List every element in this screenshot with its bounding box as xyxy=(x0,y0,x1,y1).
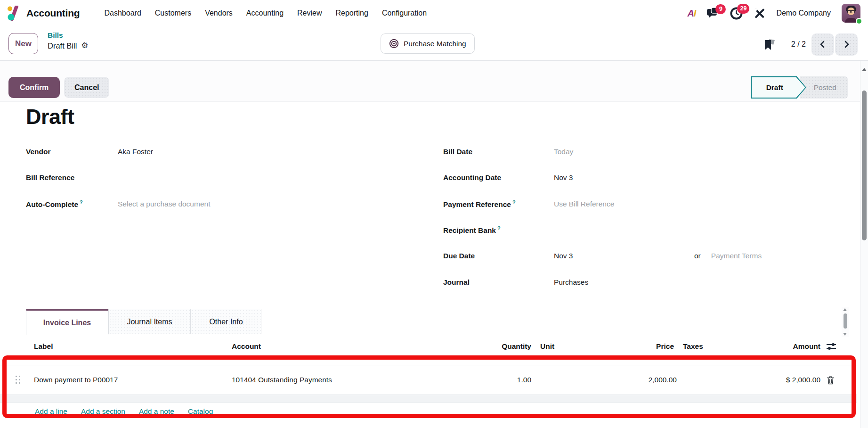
tab-journal-items[interactable]: Journal Items xyxy=(108,309,191,334)
accounting-app-icon xyxy=(7,6,22,21)
cell-quantity[interactable]: 1.00 xyxy=(462,365,531,395)
stage-widget: Draft Posted xyxy=(751,76,848,99)
or-label: or xyxy=(694,252,701,260)
col-quantity[interactable]: Quantity xyxy=(462,336,531,357)
invoice-lines-body: Down payment to P00017 101404 Outstandin… xyxy=(0,357,857,420)
new-button[interactable]: New xyxy=(8,33,38,54)
vendor-value[interactable]: Aka Foster xyxy=(118,148,153,156)
cancel-button[interactable]: Cancel xyxy=(64,77,109,98)
field-bill-date: Bill Date Today xyxy=(443,144,858,159)
navbar-right: AI 9 29 xyxy=(687,4,861,23)
menu-customers[interactable]: Customers xyxy=(155,9,191,17)
app-name: Accounting xyxy=(26,8,80,19)
add-a-section-link[interactable]: Add a section xyxy=(81,407,125,416)
optional-columns-icon[interactable] xyxy=(826,336,837,357)
col-account[interactable]: Account xyxy=(232,336,261,357)
messages-icon[interactable]: 9 xyxy=(706,8,719,19)
field-vendor: Vendor Aka Foster xyxy=(26,144,436,159)
inner-scroll-down-arrow[interactable] xyxy=(843,333,847,336)
col-taxes[interactable]: Taxes xyxy=(683,336,703,357)
inner-scrollbar-thumb[interactable] xyxy=(844,313,847,329)
field-due-date: Due Date Nov 3 or Payment Terms xyxy=(443,248,858,263)
col-label[interactable]: Label xyxy=(34,336,53,357)
breadcrumb-current: Draft Bill xyxy=(48,41,77,51)
field-payment-reference: Payment Reference? Use Bill Reference xyxy=(443,197,858,212)
cell-account[interactable]: 101404 Outstanding Payments xyxy=(232,365,332,395)
field-recipient-bank: Recipient Bank? xyxy=(443,222,858,238)
add-a-note-link[interactable]: Add a note xyxy=(139,407,174,416)
target-icon xyxy=(389,39,399,49)
company-switcher[interactable]: Demo Company xyxy=(776,9,831,17)
menu-accounting[interactable]: Accounting xyxy=(246,9,284,17)
odoo-accounting-window: Accounting Dashboard Customers Vendors A… xyxy=(0,0,868,428)
pager-next-button[interactable] xyxy=(835,33,858,56)
cell-label[interactable]: Down payment to P00017 xyxy=(34,365,118,395)
menu-configuration[interactable]: Configuration xyxy=(382,9,427,17)
gear-icon[interactable]: ⚙ xyxy=(81,41,88,51)
stage-posted[interactable]: Posted xyxy=(800,76,848,99)
activities-badge: 29 xyxy=(737,4,749,14)
menu-dashboard[interactable]: Dashboard xyxy=(105,9,141,17)
bookmark-icon[interactable] xyxy=(762,38,776,51)
record-state-title: Draft xyxy=(26,105,74,129)
tools-icon[interactable] xyxy=(754,8,765,19)
top-navbar: Accounting Dashboard Customers Vendors A… xyxy=(0,0,868,26)
help-icon: ? xyxy=(512,199,516,205)
help-icon: ? xyxy=(497,225,501,231)
add-a-line-link[interactable]: Add a line xyxy=(35,407,67,416)
control-panel: New Bills Draft Bill ⚙ Purchase Matching xyxy=(0,26,868,61)
tab-invoice-lines[interactable]: Invoice Lines xyxy=(26,309,108,335)
pager: 2 / 2 xyxy=(762,33,858,56)
journal-input[interactable]: Purchases xyxy=(554,278,588,287)
bill-date-input[interactable]: Today xyxy=(554,148,573,156)
auto-complete-input[interactable]: Select a purchase document xyxy=(118,200,210,208)
activities-clock-icon[interactable]: 29 xyxy=(730,7,743,20)
menu-reporting[interactable]: Reporting xyxy=(336,9,368,17)
confirm-button[interactable]: Confirm xyxy=(8,77,60,98)
menu-vendors[interactable]: Vendors xyxy=(205,9,233,17)
due-date-input[interactable]: Nov 3 xyxy=(554,252,694,260)
catalog-link[interactable]: Catalog xyxy=(188,407,213,416)
breadcrumb-bills-link[interactable]: Bills xyxy=(48,31,63,41)
scroll-up-arrow[interactable] xyxy=(862,68,867,71)
list-footer-links: Add a line Add a section Add a note Cata… xyxy=(0,403,857,420)
tab-other-info[interactable]: Other Info xyxy=(191,309,261,334)
invoice-line-row[interactable]: Down payment to P00017 101404 Outstandin… xyxy=(0,365,857,395)
field-accounting-date: Accounting Date Nov 3 xyxy=(443,170,858,185)
field-journal: Journal Purchases xyxy=(443,275,858,290)
col-amount[interactable]: Amount xyxy=(754,336,820,357)
main-menu: Dashboard Customers Vendors Accounting R… xyxy=(105,9,427,17)
form-statusbar: Confirm Cancel Draft Posted xyxy=(0,61,868,102)
inner-scroll-up-arrow[interactable] xyxy=(843,308,847,311)
notebook-tabs: Invoice Lines Journal Items Other Info xyxy=(26,309,841,334)
scrollbar-thumb[interactable] xyxy=(862,91,867,240)
ai-icon[interactable]: AI xyxy=(687,8,696,19)
pager-previous-button[interactable] xyxy=(811,33,834,56)
field-bill-reference: Bill Reference xyxy=(26,170,436,185)
accounting-date-input[interactable]: Nov 3 xyxy=(554,173,573,182)
user-avatar[interactable] xyxy=(842,4,860,23)
purchase-matching-button[interactable]: Purchase Matching xyxy=(381,33,475,54)
messages-badge: 9 xyxy=(715,4,726,14)
app-brand[interactable]: Accounting xyxy=(7,6,80,21)
cell-amount[interactable]: $ 2,000.00 xyxy=(735,365,820,395)
header-separator xyxy=(0,357,857,365)
invoice-lines-header: Label Account Quantity Unit Price Taxes … xyxy=(0,336,857,357)
drag-handle-icon[interactable] xyxy=(16,376,21,384)
inner-scrollbar[interactable] xyxy=(842,307,849,337)
row-footer-separator xyxy=(0,395,857,403)
payment-reference-input[interactable]: Use Bill Reference xyxy=(554,200,614,208)
field-auto-complete: Auto-Complete? Select a purchase documen… xyxy=(26,197,436,212)
online-status-dot xyxy=(856,18,862,25)
help-icon: ? xyxy=(80,199,83,205)
main-scrollbar[interactable] xyxy=(860,61,868,428)
menu-review[interactable]: Review xyxy=(297,9,322,17)
col-unit[interactable]: Unit xyxy=(540,336,554,357)
delete-row-icon[interactable] xyxy=(827,365,835,395)
pager-count: 2 / 2 xyxy=(791,40,806,49)
cell-price[interactable]: 2,000.00 xyxy=(612,365,677,395)
payment-terms-input[interactable]: Payment Terms xyxy=(711,252,762,260)
stage-draft[interactable]: Draft xyxy=(751,76,806,99)
col-price[interactable]: Price xyxy=(612,336,674,357)
breadcrumb: Bills Draft Bill ⚙ xyxy=(48,30,89,51)
